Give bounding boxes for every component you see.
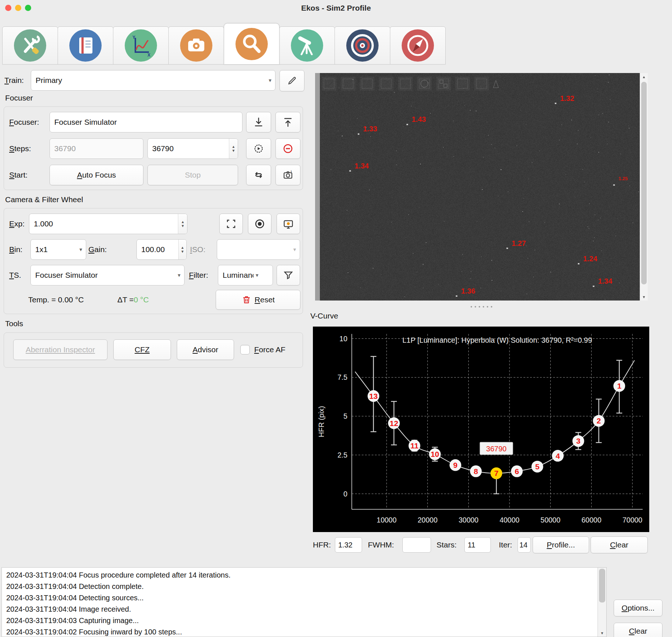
svg-text:10: 10 <box>431 450 439 458</box>
hfr-annotation: 1.34 <box>598 277 613 285</box>
edit-train-button[interactable] <box>280 70 304 91</box>
guide-icon <box>401 29 435 62</box>
svg-text:Y: Y <box>132 35 135 40</box>
train-select[interactable]: Primary▾ <box>31 70 275 91</box>
tab-align[interactable] <box>335 26 390 65</box>
vcurve-section-label: V-Curve <box>310 312 338 320</box>
close-button[interactable] <box>5 5 11 11</box>
scroll-up-icon[interactable]: ▲ <box>640 73 648 80</box>
log-box: 2024-03-31T19:04:04 Focus procedure comp… <box>1 567 607 637</box>
abort-motion-button[interactable] <box>275 138 300 159</box>
tab-guide[interactable] <box>390 26 446 65</box>
trash-icon <box>241 295 252 305</box>
swap-arrows-icon <box>253 170 264 181</box>
tab-scheduler[interactable] <box>58 26 113 65</box>
spinner-arrows[interactable]: ▲▼ <box>178 240 186 259</box>
gear-play-icon <box>253 143 264 154</box>
tab-analyze[interactable]: Y X <box>113 26 169 65</box>
log-scrollbar-thumb[interactable] <box>599 569 605 603</box>
analyze-icon: Y X <box>124 29 158 62</box>
clear-curve-button[interactable]: Clear <box>591 536 648 553</box>
svg-text:10000: 10000 <box>377 516 397 524</box>
clear-log-button[interactable]: Clear <box>614 623 662 637</box>
circle-minus-icon <box>282 143 293 154</box>
tab-mount[interactable] <box>279 26 335 65</box>
svg-text:9: 9 <box>453 461 458 469</box>
steps-current-field: 36790 <box>50 138 143 159</box>
iter-label: Iter: <box>499 536 512 553</box>
focus-out-button[interactable] <box>275 112 300 132</box>
train-label: Train: <box>4 70 24 91</box>
reset-button[interactable]: Reset <box>216 290 300 310</box>
auto-focus-button[interactable]: Auto Focus <box>50 165 143 185</box>
gain-spinner[interactable]: ▲▼ <box>136 239 187 260</box>
stars-field: 11 <box>464 537 491 553</box>
spinner-arrows[interactable]: ▲▼ <box>229 139 238 159</box>
chevron-down-icon: ▾ <box>79 246 82 253</box>
image-scrollbar-thumb[interactable] <box>641 82 647 284</box>
video-stream-button[interactable] <box>277 214 300 234</box>
chevron-down-icon: ▾ <box>269 77 271 84</box>
hfr-annotation: 1.24 <box>583 255 598 263</box>
snapshot-button[interactable]: i <box>275 165 300 185</box>
bin-select[interactable]: 1x1▾ <box>30 239 86 260</box>
train-value: Primary <box>36 76 266 85</box>
tab-setup[interactable] <box>2 26 58 65</box>
spinner-arrows[interactable]: ▲▼ <box>178 214 187 234</box>
filter-settings-button[interactable] <box>277 265 300 285</box>
minimize-button[interactable] <box>15 5 21 11</box>
fwhm-label: FWHM: <box>368 536 394 553</box>
advisor-button[interactable]: Advisor <box>177 339 234 360</box>
live-view-button[interactable] <box>248 214 271 234</box>
motion-settings-button[interactable] <box>246 138 271 159</box>
force-af-checkbox[interactable] <box>240 345 250 354</box>
focuser-group-title: Focuser <box>5 94 33 102</box>
stars-label: Stars: <box>437 536 457 553</box>
delta-value: 0 °C <box>134 295 149 304</box>
scroll-down-icon[interactable]: ▼ <box>640 293 648 301</box>
svg-text:X: X <box>147 52 150 58</box>
filterwheel-select[interactable]: Focuser Simulator▾ <box>30 265 185 285</box>
autofocus-loop-button[interactable] <box>246 165 271 185</box>
monitor-dot-icon <box>283 218 294 229</box>
svg-text:13: 13 <box>369 392 377 400</box>
focus-image-view: 1.321.431.331.341.271.241.341.361.25 ▲ ▼ <box>315 73 648 301</box>
chevron-down-icon: ▾ <box>178 272 180 279</box>
hfr-annotation: 1.25 <box>618 176 628 181</box>
splitter-handle[interactable] <box>315 305 648 309</box>
steps-target-spinner[interactable]: ▲▼ <box>147 138 238 159</box>
framing-button[interactable] <box>219 214 243 234</box>
window-title: Ekos - Sim2 Profile <box>0 0 672 16</box>
align-icon <box>346 29 379 62</box>
mount-icon <box>290 29 324 62</box>
profile-button[interactable]: Profile... <box>533 536 589 553</box>
svg-text:36790: 36790 <box>486 445 507 453</box>
hfr-annotation: 1.32 <box>560 94 574 103</box>
image-scrollbar[interactable]: ▲ ▼ <box>640 73 648 301</box>
hfr-annotation: 1.33 <box>363 125 377 133</box>
chevron-down-icon: ▾ <box>256 272 259 279</box>
tab-focus[interactable] <box>224 23 280 65</box>
eye-icon <box>254 218 265 229</box>
temperature-text: Temp. = 0.00 °C <box>28 290 84 310</box>
cfz-button[interactable]: CFZ <box>113 339 171 360</box>
solution-label: 36790 <box>480 442 513 455</box>
exp-spinner[interactable]: ▲▼ <box>29 214 187 234</box>
hfr-label: HFR: <box>313 536 331 553</box>
vcurve-plot: 1000020000300004000050000600007000002.55… <box>313 327 649 532</box>
focuser-input[interactable] <box>50 112 242 132</box>
iso-select: ▾ <box>217 239 300 260</box>
scroll-down-icon[interactable]: ▼ <box>598 629 606 637</box>
filter-select[interactable]: Luminance▾ <box>218 265 273 285</box>
iso-label: ISO: <box>190 239 205 260</box>
log-scrollbar[interactable]: ▼ <box>598 568 606 637</box>
options-button[interactable]: Options... <box>614 600 662 616</box>
svg-text:5: 5 <box>343 412 347 420</box>
focus-in-button[interactable] <box>246 112 271 132</box>
zoom-button[interactable] <box>25 5 31 11</box>
y-axis-label: HFR (pix) <box>317 406 325 437</box>
tab-capture[interactable] <box>168 26 224 65</box>
stop-button: Stop <box>147 165 238 185</box>
svg-text:11: 11 <box>410 441 419 450</box>
hfr-annotations: 1.321.431.331.341.271.241.341.361.25 <box>315 73 640 301</box>
